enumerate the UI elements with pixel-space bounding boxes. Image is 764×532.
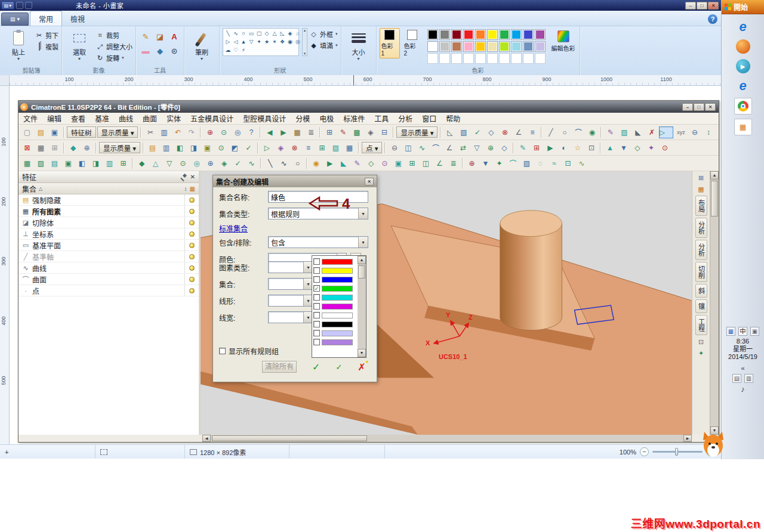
toolbar-icon[interactable]: ▧ <box>35 157 47 169</box>
internet-explorer-icon[interactable]: e <box>735 19 751 35</box>
toolbar-icon[interactable]: ▷ <box>261 142 273 154</box>
dialog-select[interactable]: ▼ <box>268 295 313 307</box>
toolbar-icon[interactable]: ⊞ <box>530 142 543 154</box>
visibility-cell[interactable] <box>184 217 199 228</box>
palette-color[interactable] <box>511 29 522 40</box>
toolbar-icon[interactable]: ≡ <box>526 126 538 138</box>
menu-item[interactable]: 工具 <box>369 113 393 123</box>
standard-set-link[interactable]: 标准集合 <box>219 223 248 233</box>
toolbar-icon[interactable]: ⊗ <box>288 142 301 154</box>
menu-item[interactable]: 分析 <box>393 113 417 123</box>
toolbar-icon[interactable]: ▧ <box>457 126 470 138</box>
color-list-item[interactable] <box>313 266 356 275</box>
toolbar-icon[interactable]: ⊠ <box>21 142 33 154</box>
shape-icon[interactable]: ▷ <box>224 38 232 46</box>
menu-item[interactable]: 分模 <box>291 113 315 123</box>
palette-empty-slot[interactable] <box>463 53 474 64</box>
toolbar-icon[interactable]: ◈ <box>218 157 230 169</box>
color-list-item[interactable] <box>313 293 356 302</box>
toolbar-icon[interactable]: ⊙ <box>658 142 671 154</box>
palette-empty-slot[interactable] <box>523 53 534 64</box>
toolbar-icon[interactable]: ◫ <box>420 157 432 169</box>
close-button[interactable]: ✕ <box>365 178 374 185</box>
tray-icon[interactable]: ▣ <box>750 327 759 336</box>
toolbar-icon[interactable]: ⊞ <box>406 157 418 169</box>
taskbar-clock[interactable]: 8:36 星期一 2014/5/19 <box>722 338 764 361</box>
paste-button[interactable]: 貼上 ▼ <box>4 28 33 61</box>
palette-color[interactable] <box>511 41 522 52</box>
visibility-cell[interactable] <box>184 206 199 216</box>
color-list-item[interactable] <box>313 275 356 284</box>
palette-empty-slot[interactable] <box>439 53 450 64</box>
color-checkbox[interactable] <box>313 321 320 327</box>
toolbar-icon[interactable]: ⇄ <box>457 142 469 154</box>
toolbar-icon[interactable]: ⌒ <box>572 126 584 138</box>
shape-icon[interactable]: ▲ <box>240 38 247 46</box>
toolbar-icon[interactable]: ⊡ <box>562 157 574 169</box>
toolbar-icon[interactable]: ◨ <box>90 157 102 169</box>
palette-color[interactable] <box>427 41 438 52</box>
tray-icon[interactable]: ▤ <box>732 374 741 383</box>
toolbar-icon[interactable]: ◺ <box>443 126 456 138</box>
tool-▬-icon[interactable]: ▬ <box>139 44 152 57</box>
toolbar-text-button[interactable]: 点 ▾ <box>362 142 382 153</box>
swap-icon[interactable]: ↕ <box>184 185 187 192</box>
toolbar-text-button[interactable]: 显示质量 ▾ <box>396 126 438 138</box>
toolbar-icon[interactable]: ◉ <box>310 157 322 169</box>
feature-tree-item[interactable]: ∿曲线 <box>19 262 199 274</box>
palette-color[interactable] <box>463 29 474 40</box>
shape-icon[interactable]: ♡ <box>232 47 239 54</box>
toolbar-icon[interactable]: ∿ <box>575 157 588 169</box>
tool-A-icon[interactable]: A <box>168 30 181 43</box>
feature-tree-item[interactable]: ∙点 <box>19 285 199 296</box>
palette-color[interactable] <box>523 29 534 40</box>
shape-icon[interactable]: ▽ <box>248 38 255 46</box>
shape-icon[interactable]: ▢ <box>255 30 263 38</box>
tab-view[interactable]: 檢視 <box>62 11 93 26</box>
color-list-item[interactable]: ✓ <box>313 284 356 293</box>
toolbar-icon[interactable]: ▣ <box>201 142 214 154</box>
cut-button[interactable]: ✂剪下 <box>35 30 58 40</box>
toolbar-icon[interactable]: ∿ <box>278 157 290 169</box>
resize-button[interactable]: ⤢調整大小 <box>96 42 133 51</box>
toolbar-icon[interactable]: ▶ <box>324 157 336 169</box>
toolbar-icon[interactable]: ⊙ <box>177 157 189 169</box>
menu-item[interactable]: 编辑 <box>42 113 66 123</box>
toolbar-icon[interactable]: xyz <box>674 126 687 138</box>
cancel-icon[interactable]: ✗✦ <box>358 361 365 373</box>
toolbar-icon[interactable]: ◉ <box>586 126 598 138</box>
minimize-button[interactable]: – <box>685 2 696 10</box>
toolbar-icon[interactable]: ✓ <box>232 157 244 169</box>
tool-✎-icon[interactable]: ✎ <box>139 30 152 43</box>
color-list-item[interactable] <box>313 302 356 311</box>
toolbar-icon[interactable]: ⊕ <box>204 157 217 169</box>
toolbar-icon[interactable]: ▣ <box>392 157 405 169</box>
pin-icon[interactable] <box>180 174 187 181</box>
viewport-horizontal-scrollbar[interactable]: ◀ ▶ <box>202 435 692 442</box>
dialog-select[interactable]: ▼ <box>268 311 313 323</box>
color-checkbox[interactable] <box>313 303 320 310</box>
toolbar-icon[interactable]: ⊞ <box>117 157 130 169</box>
shape-icon[interactable]: ◺ <box>279 30 286 38</box>
toolbar-icon[interactable]: ◎ <box>231 126 244 138</box>
toolbar-icon[interactable]: ∠ <box>433 157 446 169</box>
palette-color[interactable] <box>487 41 498 52</box>
shape-icon[interactable]: ✶ <box>271 38 278 46</box>
toolbar-icon[interactable]: ↕ <box>702 126 714 138</box>
size-button[interactable]: 大小 ▼ <box>344 28 373 61</box>
toolbar-icon[interactable]: ▶ <box>544 142 556 154</box>
shape-icon[interactable]: ✦ <box>255 38 263 46</box>
chevron-down-icon[interactable]: ▼ <box>358 208 368 219</box>
toolbar-text-button[interactable]: 显示质量 ▾ <box>99 142 140 153</box>
palette-empty-slot[interactable] <box>451 53 462 64</box>
menu-item[interactable]: 型腔模具设计 <box>238 113 291 123</box>
menu-item[interactable]: 曲线 <box>114 113 138 123</box>
toolbar-icon[interactable]: ◇ <box>498 142 510 154</box>
feature-tree-item[interactable]: ◪切除体 <box>19 217 199 228</box>
zoom-slider-thumb[interactable] <box>675 448 678 456</box>
feature-tree-item[interactable]: ⊥坐标系 <box>19 228 199 240</box>
color-list-item[interactable] <box>313 338 356 347</box>
toolbar-icon[interactable]: ◩ <box>229 142 241 154</box>
toolbar-icon[interactable]: ▤ <box>48 157 61 169</box>
dialog-select[interactable]: ▼ <box>268 278 313 290</box>
